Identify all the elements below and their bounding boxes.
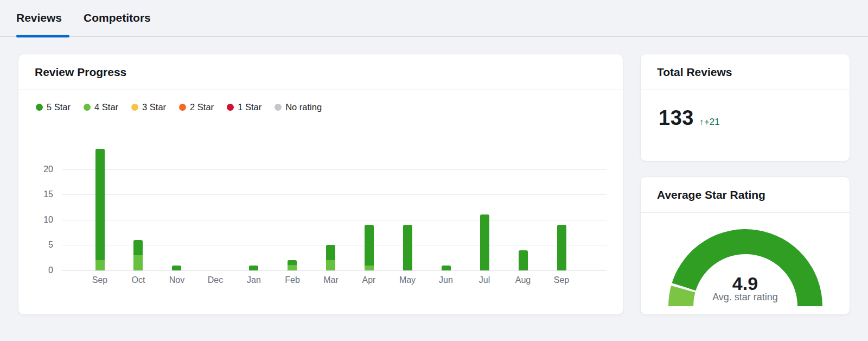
- bar-segment-5-star: [519, 250, 528, 270]
- tab-competitors[interactable]: Competitors: [84, 0, 151, 36]
- total-reviews-header: Total Reviews: [641, 54, 850, 90]
- tab-reviews[interactable]: Reviews: [16, 0, 69, 36]
- gridline: [62, 194, 607, 195]
- chart-bar-sep-12: [557, 225, 566, 270]
- bar-segment-4-star: [95, 260, 105, 270]
- x-axis-label: Mar: [312, 275, 350, 286]
- total-reviews-value: 133: [659, 106, 694, 130]
- tab-reviews-label: Reviews: [16, 11, 62, 24]
- x-axis-label: Sep: [81, 275, 119, 286]
- total-reviews-body: 133 ↑ +21: [659, 106, 720, 130]
- bar-segment-5-star: [480, 214, 489, 270]
- y-axis-label: 0: [28, 265, 53, 276]
- x-axis-label: Dec: [196, 275, 234, 286]
- y-axis-label: 20: [28, 164, 53, 175]
- x-axis-label: Sep: [542, 275, 580, 286]
- total-reviews-delta-value: +21: [704, 117, 720, 128]
- bar-segment-5-star: [249, 266, 258, 270]
- y-axis-label: 15: [28, 189, 53, 200]
- chart-bar-aug-11: [519, 250, 528, 270]
- x-axis-label: Nov: [158, 275, 196, 286]
- gridline: [62, 270, 607, 271]
- chart-bar-nov-2: [172, 266, 181, 270]
- active-tab-underline: [16, 35, 69, 37]
- bar-segment-5-star: [557, 225, 566, 270]
- x-axis-label: Aug: [504, 275, 542, 286]
- bar-segment-4-star: [288, 265, 297, 270]
- average-star-rating-title: Average Star Rating: [657, 188, 765, 201]
- x-axis-label: Feb: [273, 275, 311, 286]
- review-progress-card: Review Progress 5 Star4 Star3 Star2 Star…: [18, 54, 623, 315]
- review-progress-bar-chart: 05101520SepOctNovDecJanFebMarAprMayJunJu…: [18, 54, 623, 314]
- total-reviews-title: Total Reviews: [657, 66, 732, 79]
- average-star-rating-header: Average Star Rating: [641, 177, 850, 213]
- x-axis-label: Apr: [350, 275, 388, 286]
- total-reviews-card: Total Reviews 133 ↑ +21: [640, 54, 850, 161]
- chart-bar-feb-5: [288, 260, 297, 270]
- bar-segment-4-star: [326, 260, 335, 270]
- chart-bar-sep-0: [95, 149, 105, 270]
- up-arrow-icon: ↑: [699, 117, 704, 127]
- chart-bar-jul-10: [480, 214, 489, 270]
- tab-bar: Reviews Competitors: [0, 0, 868, 37]
- chart-bar-jan-4: [249, 266, 258, 270]
- x-axis-label: Jan: [235, 275, 273, 286]
- y-axis-label: 10: [28, 214, 53, 225]
- chart-bar-apr-7: [365, 225, 374, 270]
- chart-bar-may-8: [403, 225, 412, 270]
- x-axis-label: Oct: [119, 275, 157, 286]
- average-rating-caption: Avg. star rating: [641, 292, 850, 303]
- total-reviews-delta: ↑ +21: [699, 117, 720, 128]
- bar-segment-4-star: [365, 266, 374, 270]
- bar-segment-5-star: [133, 240, 143, 255]
- chart-bar-mar-6: [326, 245, 335, 270]
- x-axis-label: Jul: [465, 275, 503, 286]
- bar-segment-5-star: [403, 225, 412, 270]
- average-star-rating-card: Average Star Rating 4.9 Avg. star rating: [640, 176, 850, 315]
- x-axis-label: May: [388, 275, 426, 286]
- bar-segment-5-star: [365, 225, 374, 266]
- bar-segment-5-star: [95, 149, 105, 260]
- gridline: [62, 169, 607, 170]
- gridline: [62, 220, 607, 220]
- bar-segment-5-star: [326, 245, 335, 260]
- tab-competitors-label: Competitors: [84, 11, 151, 24]
- y-axis-label: 5: [28, 239, 53, 250]
- bar-segment-5-star: [288, 260, 297, 265]
- chart-bar-jun-9: [442, 266, 451, 270]
- bar-segment-4-star: [133, 255, 143, 270]
- x-axis-label: Jun: [427, 275, 465, 286]
- bar-segment-5-star: [442, 266, 451, 270]
- chart-bar-oct-1: [133, 240, 143, 270]
- bar-segment-5-star: [172, 266, 181, 270]
